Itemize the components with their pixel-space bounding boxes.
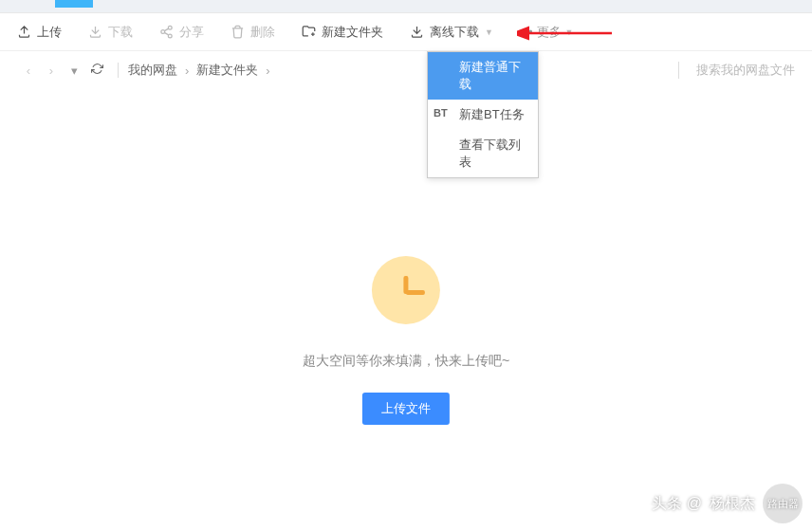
breadcrumb-separator: › bbox=[266, 64, 269, 78]
delete-button: 删除 bbox=[231, 24, 275, 41]
empty-message: 超大空间等你来填满，快来上传吧~ bbox=[303, 353, 509, 370]
delete-label: 删除 bbox=[250, 24, 275, 41]
svg-point-2 bbox=[168, 34, 172, 38]
menu-item-download-list[interactable]: 查看下载列表 bbox=[428, 130, 538, 177]
share-label: 分享 bbox=[179, 24, 204, 41]
watermark: 头条 @ 杨根杰 路由器 bbox=[652, 484, 803, 523]
more-button[interactable]: ••• 更多 ▼ bbox=[520, 24, 574, 41]
breadcrumb-separator: › bbox=[185, 64, 189, 78]
toolbar: 上传 下载 分享 删除 新建文件夹 离线下载 ▼ ••• 更多 ▼ bbox=[0, 13, 812, 51]
offline-download-menu: 新建普通下载 BT 新建BT任务 查看下载列表 bbox=[427, 51, 539, 178]
search-input[interactable]: 搜索我的网盘文件 bbox=[678, 62, 795, 79]
watermark-author: 杨根杰 bbox=[710, 494, 755, 514]
offline-download-icon bbox=[410, 25, 424, 39]
download-button: 下载 bbox=[88, 24, 133, 41]
svg-point-0 bbox=[168, 26, 172, 29]
offline-download-label: 离线下载 bbox=[430, 24, 479, 41]
forward-button[interactable]: › bbox=[40, 64, 63, 78]
title-bar bbox=[0, 0, 812, 13]
trash-icon bbox=[231, 25, 245, 39]
dropdown-nav-button[interactable]: ▾ bbox=[63, 64, 85, 78]
breadcrumb-root[interactable]: 我的网盘 bbox=[128, 62, 177, 79]
back-button[interactable]: ‹ bbox=[17, 64, 40, 78]
chevron-down-icon: ▼ bbox=[485, 27, 493, 37]
download-icon bbox=[88, 25, 102, 39]
share-icon bbox=[159, 25, 174, 39]
download-label: 下载 bbox=[108, 24, 133, 41]
bt-badge: BT bbox=[434, 107, 448, 119]
breadcrumb: 我的网盘 › 新建文件夹 › bbox=[128, 62, 270, 79]
breadcrumb-folder[interactable]: 新建文件夹 bbox=[196, 62, 258, 79]
ellipsis-icon: ••• bbox=[520, 25, 533, 39]
clock-icon bbox=[372, 256, 440, 324]
upload-icon bbox=[17, 25, 31, 39]
chevron-down-icon: ▼ bbox=[565, 27, 574, 37]
upload-label: 上传 bbox=[37, 24, 62, 41]
watermark-logo: 路由器 bbox=[763, 484, 803, 523]
folder-plus-icon bbox=[302, 25, 316, 39]
offline-download-button[interactable]: 离线下载 ▼ bbox=[410, 24, 493, 41]
empty-state: 超大空间等你来填满，快来上传吧~ 上传文件 bbox=[303, 256, 509, 425]
menu-item-bt-task[interactable]: BT 新建BT任务 bbox=[428, 100, 538, 130]
menu-item-bt-label: 新建BT任务 bbox=[459, 107, 525, 121]
refresh-button[interactable] bbox=[85, 63, 108, 78]
upload-button[interactable]: 上传 bbox=[17, 24, 62, 41]
new-folder-button[interactable]: 新建文件夹 bbox=[302, 24, 383, 41]
new-folder-label: 新建文件夹 bbox=[322, 24, 383, 41]
svg-point-1 bbox=[161, 30, 165, 34]
watermark-prefix: 头条 @ bbox=[652, 494, 702, 514]
more-label: 更多 bbox=[537, 24, 562, 41]
nav-row: ‹ › ▾ 我的网盘 › 新建文件夹 › 搜索我的网盘文件 bbox=[0, 51, 812, 89]
upload-file-button[interactable]: 上传文件 bbox=[362, 393, 450, 425]
share-button: 分享 bbox=[159, 24, 204, 41]
tab-accent bbox=[55, 0, 93, 8]
menu-item-normal-download[interactable]: 新建普通下载 bbox=[428, 52, 538, 100]
divider bbox=[118, 63, 119, 78]
